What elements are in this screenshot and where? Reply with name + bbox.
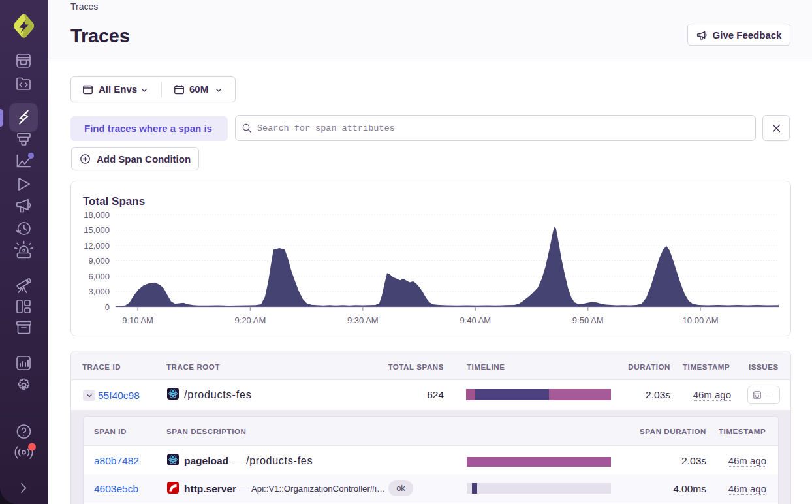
svg-text:9:50 AM: 9:50 AM — [572, 315, 604, 325]
svg-text:9:40 AM: 9:40 AM — [460, 315, 491, 325]
svg-text:3,000: 3,000 — [88, 287, 110, 296]
svg-text:9:10 AM: 9:10 AM — [122, 315, 153, 325]
svg-text:12,000: 12,000 — [84, 241, 110, 251]
svg-text:9:20 AM: 9:20 AM — [235, 315, 266, 325]
svg-text:9,000: 9,000 — [88, 256, 110, 266]
svg-text:0: 0 — [105, 302, 110, 312]
svg-text:9:30 AM: 9:30 AM — [347, 315, 379, 325]
svg-text:10:00 AM: 10:00 AM — [683, 315, 719, 325]
svg-text:6,000: 6,000 — [88, 272, 110, 281]
svg-text:18,000: 18,000 — [84, 210, 110, 220]
svg-text:15,000: 15,000 — [84, 225, 110, 235]
